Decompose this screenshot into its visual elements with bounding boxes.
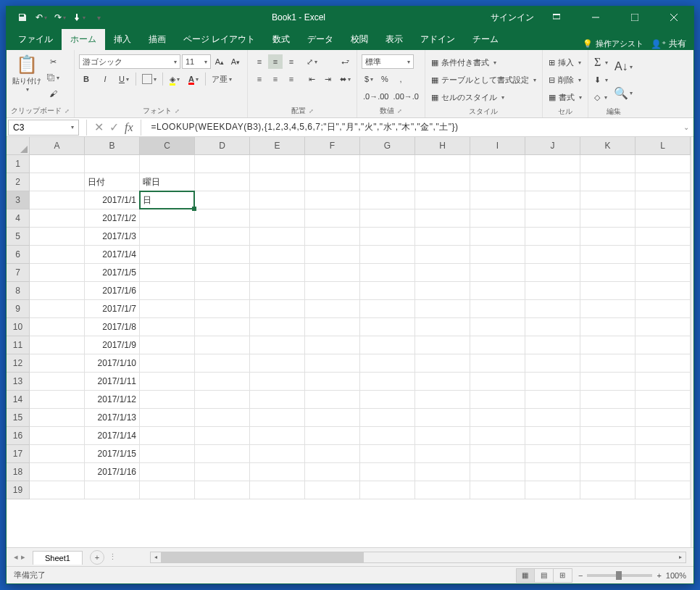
cell[interactable] (250, 300, 305, 318)
cell[interactable]: 2017/1/13 (85, 409, 140, 427)
tab-review[interactable]: 校閲 (342, 29, 377, 50)
row-header[interactable]: 5 (7, 228, 30, 246)
cell[interactable]: 2017/1/8 (85, 318, 140, 336)
cell[interactable] (470, 300, 525, 318)
row-header[interactable]: 8 (7, 282, 30, 300)
number-format-combo[interactable]: 標準▾ (362, 54, 414, 69)
cell[interactable] (305, 264, 360, 282)
cell[interactable]: 2017/1/14 (85, 427, 140, 445)
row-header[interactable]: 4 (7, 209, 30, 228)
insert-cells-button[interactable]: ⊞挿入▾ (547, 54, 583, 70)
cell[interactable] (580, 336, 636, 354)
cell[interactable]: 2017/1/2 (85, 209, 140, 228)
font-dialog-launcher[interactable]: ⤢ (175, 108, 180, 115)
cell[interactable] (195, 481, 250, 499)
column-header[interactable]: B (85, 137, 140, 155)
cell[interactable] (250, 318, 305, 336)
cell[interactable] (470, 463, 525, 481)
cell[interactable] (415, 427, 470, 445)
cell-styles-button[interactable]: ▦セルのスタイル▾ (430, 89, 538, 105)
cell[interactable] (415, 409, 470, 427)
fill-button[interactable]: ⬇▾ (593, 72, 609, 88)
cell[interactable] (636, 354, 691, 373)
cell[interactable] (305, 173, 360, 191)
cell[interactable] (30, 336, 85, 354)
cell[interactable] (580, 155, 636, 173)
cell[interactable]: 2017/1/9 (85, 336, 140, 354)
cut-button[interactable]: ✂ (46, 54, 61, 69)
cell[interactable] (250, 427, 305, 445)
row-header[interactable]: 2 (7, 173, 30, 191)
sheet-tab[interactable]: Sheet1 (33, 551, 83, 565)
scroll-thumb[interactable] (161, 552, 364, 562)
cell[interactable] (580, 209, 636, 228)
cell[interactable] (85, 155, 140, 173)
cell[interactable] (636, 246, 691, 264)
column-header[interactable]: G (360, 137, 415, 155)
row-header[interactable]: 7 (7, 264, 30, 282)
cell[interactable] (415, 191, 470, 209)
cell[interactable] (415, 209, 470, 228)
cell[interactable] (195, 427, 250, 445)
cell[interactable] (360, 228, 415, 246)
autosum-button[interactable]: Σ▾ (593, 54, 609, 70)
increase-decimal-button[interactable]: .0→.00 (362, 89, 390, 104)
increase-font-button[interactable]: A▴ (212, 54, 227, 69)
cell[interactable] (195, 373, 250, 391)
select-all-corner[interactable] (7, 137, 30, 155)
cell[interactable] (30, 354, 85, 373)
cell[interactable] (360, 282, 415, 300)
cell[interactable] (470, 336, 525, 354)
cell[interactable]: 2017/1/15 (85, 445, 140, 463)
cell[interactable] (525, 300, 580, 318)
cell[interactable] (470, 409, 525, 427)
cell[interactable] (195, 155, 250, 173)
cell[interactable] (580, 264, 636, 282)
cell[interactable] (580, 246, 636, 264)
row-header[interactable]: 3 (7, 191, 30, 209)
cell[interactable] (360, 445, 415, 463)
cell[interactable] (580, 391, 636, 409)
cell[interactable] (415, 173, 470, 191)
cell[interactable] (305, 155, 360, 173)
insert-function-icon[interactable]: fx (125, 121, 133, 134)
cell[interactable] (250, 354, 305, 373)
cell[interactable] (360, 209, 415, 228)
cell[interactable]: 2017/1/6 (85, 282, 140, 300)
row-header[interactable]: 18 (7, 463, 30, 481)
cell[interactable] (140, 354, 195, 373)
align-right-button[interactable]: ≡ (284, 72, 299, 86)
add-sheet-button[interactable]: + (90, 550, 104, 565)
cell[interactable] (525, 354, 580, 373)
column-header[interactable]: H (415, 137, 470, 155)
cell[interactable] (305, 354, 360, 373)
cell[interactable] (636, 264, 691, 282)
zoom-in-button[interactable]: + (657, 571, 661, 580)
cell[interactable] (250, 445, 305, 463)
name-box[interactable]: C3▾ (8, 120, 79, 136)
cell[interactable] (525, 409, 580, 427)
cell[interactable] (470, 391, 525, 409)
cell[interactable] (636, 391, 691, 409)
cell[interactable] (415, 300, 470, 318)
scroll-left-button[interactable]: ◂ (151, 552, 161, 562)
cell[interactable] (470, 155, 525, 173)
cell[interactable] (30, 173, 85, 191)
row-header[interactable]: 6 (7, 246, 30, 264)
horizontal-scrollbar[interactable]: ◂ ▸ (150, 552, 686, 563)
cell[interactable] (360, 481, 415, 499)
cell[interactable] (250, 173, 305, 191)
cell[interactable] (140, 246, 195, 264)
cell[interactable] (305, 300, 360, 318)
touch-mode-icon[interactable]: ▾ (70, 9, 88, 26)
cell[interactable] (30, 282, 85, 300)
column-header[interactable]: A (30, 137, 85, 155)
cell[interactable] (30, 409, 85, 427)
cell[interactable] (250, 373, 305, 391)
cell[interactable] (360, 300, 415, 318)
cell[interactable] (415, 391, 470, 409)
cell[interactable] (525, 246, 580, 264)
cell[interactable] (415, 264, 470, 282)
format-cells-button[interactable]: ▦書式▾ (547, 89, 583, 105)
cell[interactable] (470, 209, 525, 228)
